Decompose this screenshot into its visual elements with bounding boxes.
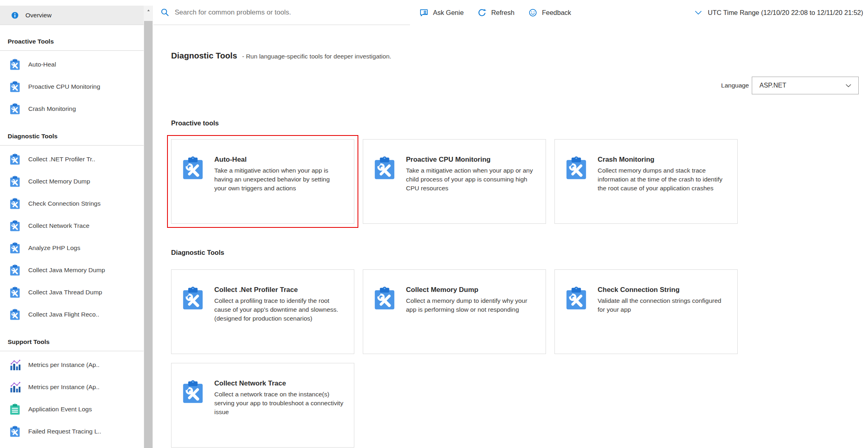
tool-card-check-connection-string[interactable]: Check Connection String Validate all the… [554,269,738,354]
sidebar-item-collect-java-thread-dump[interactable]: Collect Java Thread Dump [0,281,144,303]
scrollbar-thumb[interactable] [144,21,153,448]
sidebar-item-label: Metrics per Instance (Ap.. [28,383,100,391]
search-field[interactable] [153,0,410,25]
tool-card-text: Collect Network Trace Collect a network … [214,379,343,439]
clipboard-tool-icon [564,156,589,181]
tool-section: Proactive tools Auto-Heal Take a mitigat… [153,119,868,224]
tool-card-title: Collect Memory Dump [406,286,535,294]
clipboard-tool-icon [372,156,397,181]
sidebar-section: Proactive Tools Auto-Heal Proactive CPU … [0,38,144,120]
topbar-action-label: Refresh [491,9,515,17]
tool-card-proactive-cpu-monitoring[interactable]: Proactive CPU Monitoring Take a mitigati… [363,139,546,224]
language-row: Language ASP.NET [153,77,859,94]
tool-card-title: Crash Monitoring [598,156,727,164]
language-select[interactable]: ASP.NET [752,77,859,94]
tool-card-text: Collect Memory Dump Collect a memory dum… [406,286,535,346]
sidebar-item-label: Metrics per Instance (Ap.. [28,361,100,369]
tool-card-title: Collect Network Trace [214,379,343,388]
tool-card-collect-net-profiler-trace[interactable]: Collect .Net Profiler Trace Collect a pr… [171,269,354,354]
sidebar-section-title: Proactive Tools [0,38,144,51]
clipboard-tool-icon [9,264,21,276]
sidebar-section: Diagnostic Tools Collect .NET Profiler T… [0,133,144,325]
tool-card-text: Collect .Net Profiler Trace Collect a pr… [214,286,343,346]
sidebar-item-label: Overview [25,12,52,19]
sidebar-section-title: Diagnostic Tools [0,133,144,146]
sidebar-item-collect-java-flight-reco[interactable]: Collect Java Flight Reco.. [0,303,144,325]
sidebar-item-label: Collect Java Flight Reco.. [28,311,99,318]
ask-genie-button[interactable]: Ask Genie [412,8,471,17]
sidebar-item-metrics-per-instance-ap[interactable]: Metrics per Instance (Ap.. [0,376,144,398]
clipboard-tool-icon [9,286,21,298]
feedback-icon [528,8,538,17]
tool-card-title: Proactive CPU Monitoring [406,156,535,164]
sidebar-item-crash-monitoring[interactable]: Crash Monitoring [0,98,144,120]
sidebar-sections: Proactive Tools Auto-Heal Proactive CPU … [0,38,144,442]
clipboard-tool-icon [372,286,397,311]
sidebar-item-failed-request-tracing-l[interactable]: Failed Request Tracing L.. [0,420,144,442]
language-label: Language [721,82,749,89]
sidebar-item-label: Check Connection Strings [28,200,100,207]
sidebar-item-label: Collect Java Memory Dump [28,267,105,274]
tool-card-description: Validate all the connection strings conf… [598,296,727,314]
tool-card-text: Auto-Heal Take a mitigative action when … [214,156,343,215]
tool-card-title: Collect .Net Profiler Trace [214,286,343,294]
tool-card-collect-network-trace[interactable]: Collect Network Trace Collect a network … [171,363,354,448]
sidebar-item-collect-memory-dump[interactable]: Collect Memory Dump [0,170,144,192]
tool-card-crash-monitoring[interactable]: Crash Monitoring Collect memory dumps an… [554,139,738,224]
time-range-selector[interactable]: UTC Time Range (12/10/20 22:08 to 12/11/… [694,8,868,17]
clipboard-tool-icon [9,220,21,232]
topbar: Ask Genie Refresh Feedback UTC Time Rang… [153,0,868,25]
sidebar: Overview Proactive Tools Auto-Heal Proac… [0,0,144,448]
tool-section: Diagnostic Tools Collect .Net Profiler T… [153,249,868,448]
sidebar-item-collect-net-profiler-tr[interactable]: Collect .NET Profiler Tr.. [0,148,144,170]
cards-grid: Collect .Net Profiler Trace Collect a pr… [171,269,868,448]
clipboard-tool-icon [9,198,21,210]
tool-card-description: Collect a network trace on the instance(… [214,390,343,417]
main-content: Diagnostic Tools - Run language-specific… [153,25,868,448]
triangle-up-icon [146,8,151,13]
tool-card-title: Check Connection String [598,286,727,294]
sidebar-item-label: Collect Java Thread Dump [28,289,102,296]
metrics-chart-icon [9,359,21,371]
tool-card-description: Collect a profiling trace to identify th… [214,296,343,323]
clipboard-tool-icon [9,308,21,321]
sidebar-item-analyze-php-logs[interactable]: Analyze PHP Logs [0,237,144,259]
feedback-button[interactable]: Feedback [521,8,578,17]
time-range-label: UTC Time Range (12/10/20 22:08 to 12/11/… [708,9,863,17]
clipboard-tool-icon [9,175,21,188]
sidebar-item-overview[interactable]: Overview [0,6,144,25]
tool-card-text: Crash Monitoring Collect memory dumps an… [598,156,727,215]
sidebar-item-label: Proactive CPU Monitoring [28,83,100,90]
sidebar-item-collect-network-trace[interactable]: Collect Network Trace [0,215,144,237]
cards-grid: Auto-Heal Take a mitigative action when … [171,139,868,224]
search-icon [160,8,169,17]
tool-card-auto-heal[interactable]: Auto-Heal Take a mitigative action when … [171,139,354,224]
topbar-actions: Ask Genie Refresh Feedback [412,8,578,17]
tool-card-collect-memory-dump[interactable]: Collect Memory Dump Collect a memory dum… [363,269,546,354]
refresh-button[interactable]: Refresh [471,8,521,17]
page-subtitle: - Run language-specific tools for deeper… [242,53,391,60]
sidebar-section-title: Support Tools [0,338,144,351]
sidebar-section-items: Metrics per Instance (Ap.. Metrics per I… [0,351,144,442]
metrics-chart-icon [9,381,21,393]
sidebar-item-label: Failed Request Tracing L.. [28,428,101,435]
info-icon [11,11,19,19]
page-title: Diagnostic Tools [171,51,237,60]
tool-card-description: Collect a memory dump to identify why yo… [406,296,535,314]
sidebar-scrollbar[interactable] [144,6,153,448]
clipboard-tool-icon [180,286,205,311]
event-logs-clipboard-icon [9,403,21,415]
search-input[interactable] [175,8,410,17]
sidebar-item-collect-java-memory-dump[interactable]: Collect Java Memory Dump [0,259,144,281]
sidebar-item-check-connection-strings[interactable]: Check Connection Strings [0,192,144,215]
sidebar-item-auto-heal[interactable]: Auto-Heal [0,53,144,75]
sidebar-item-proactive-cpu-monitoring[interactable]: Proactive CPU Monitoring [0,75,144,98]
tool-card-description: Collect memory dumps and stack trace inf… [598,166,727,193]
sidebar-section-items: Collect .NET Profiler Tr.. Collect Memor… [0,146,144,325]
sidebar-item-label: Collect .NET Profiler Tr.. [28,156,95,163]
clipboard-tool-icon [9,58,21,71]
sidebar-item-application-event-logs[interactable]: Application Event Logs [0,398,144,420]
tool-card-text: Proactive CPU Monitoring Take a mitigati… [406,156,535,215]
sidebar-item-metrics-per-instance-ap[interactable]: Metrics per Instance (Ap.. [0,354,144,376]
scrollbar-up-button[interactable] [144,6,153,15]
